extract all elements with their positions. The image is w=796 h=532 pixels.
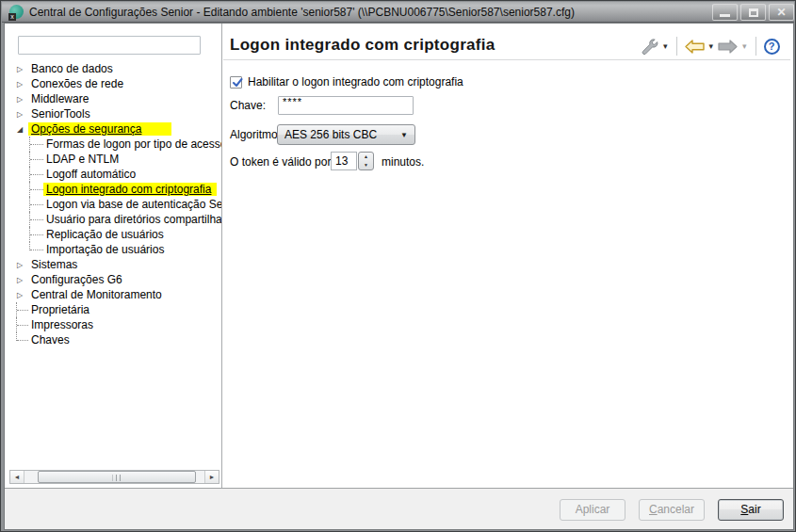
algorithm-selected-value: AES 256 bits CBC	[284, 128, 377, 141]
tree-item-label: Chaves	[31, 333, 70, 347]
toolbar: ▾ ▾ ▾ ?	[640, 35, 780, 57]
spin-up-icon[interactable]: ▲	[359, 153, 373, 161]
application-window: x Central de Configurações Senior - Edit…	[0, 0, 796, 532]
scrollbar-track[interactable]	[24, 471, 204, 483]
tree-item-label: Sistemas	[31, 258, 77, 271]
toolbar-separator	[755, 37, 756, 56]
page-title: Logon integrado com criptografia	[230, 36, 495, 55]
expand-icon[interactable]: ▷	[14, 92, 25, 107]
panel-divider	[221, 24, 222, 488]
expand-icon[interactable]: ▷	[14, 62, 25, 77]
tree-item-label: LDAP e NTLM	[46, 153, 119, 166]
spin-down-icon[interactable]: ▼	[359, 161, 373, 169]
tree-item[interactable]: Importação de usuários	[9, 242, 221, 257]
token-minutes-input[interactable]: 13	[331, 152, 357, 170]
tree-item-label: Formas de logon por tipo de acesso	[46, 137, 221, 151]
tree-item[interactable]: Formas de logon por tipo de acesso	[9, 137, 221, 152]
expand-icon[interactable]: ▷	[14, 77, 25, 92]
tree-item[interactable]: LDAP e NTLM	[9, 152, 221, 167]
tree-item[interactable]: ▷Central de Monitoramento	[9, 287, 221, 302]
maximize-icon	[749, 8, 758, 17]
tree-item-label: Impressoras	[31, 318, 93, 331]
key-input[interactable]	[278, 96, 414, 115]
collapse-icon[interactable]: ◢	[14, 122, 25, 137]
token-minutes-stepper[interactable]: ▲ ▼	[358, 152, 374, 170]
tree-item[interactable]: Logoff automático	[9, 167, 221, 182]
maximize-button[interactable]	[740, 4, 766, 21]
forward-dropdown-icon[interactable]: ▾	[741, 35, 748, 57]
scrollbar-grip-icon	[113, 475, 122, 481]
tree-item[interactable]: Usuário para diretórios compartilhados	[9, 212, 221, 227]
close-icon: ✕	[776, 5, 786, 20]
titlebar: x Central de Configurações Senior - Edit…	[2, 2, 794, 23]
tree-item[interactable]: Replicação de usuários	[9, 227, 221, 242]
app-badge-icon: x	[8, 13, 16, 21]
tree-item-label: Central de Monitoramento	[31, 288, 162, 301]
key-label: Chave:	[230, 99, 266, 112]
tree-item[interactable]: Logon via base de autenticação Senior	[9, 197, 221, 212]
scroll-left-icon[interactable]: ◄	[10, 471, 24, 483]
expand-icon[interactable]: ▷	[14, 273, 25, 288]
algorithm-label: Algoritmo:	[230, 128, 281, 141]
help-icon[interactable]: ?	[764, 39, 780, 55]
tree-item[interactable]: Logon integrado com criptografia	[9, 182, 221, 197]
minimize-button[interactable]	[712, 4, 738, 21]
forward-arrow-icon	[718, 40, 738, 54]
window-title: Central de Configurações Senior - Editan…	[29, 6, 575, 19]
tree-search-input[interactable]	[18, 36, 201, 55]
tree-item[interactable]: Chaves	[9, 332, 221, 347]
back-dropdown-icon[interactable]: ▾	[708, 35, 715, 57]
tree-item-label: Banco de dados	[31, 62, 113, 75]
close-button[interactable]: ✕	[769, 4, 794, 21]
cancel-button[interactable]: Cancelar	[639, 499, 705, 521]
tree-item-label: Importação de usuários	[46, 243, 164, 256]
tree-item[interactable]: ▷Configurações G6	[9, 272, 221, 287]
enable-encryption-label: Habilitar o logon integrado com criptogr…	[248, 75, 463, 89]
tree-item[interactable]: ▷SeniorTools	[9, 106, 221, 121]
wrench-dropdown-icon[interactable]: ▾	[662, 35, 669, 57]
toolbar-separator	[676, 37, 677, 56]
tree-item-label: Usuário para diretórios compartilhados	[46, 213, 221, 226]
tree-item[interactable]: ◢Opções de segurança	[9, 121, 221, 137]
wrench-tools-button[interactable]	[640, 37, 658, 56]
back-arrow-icon	[685, 40, 705, 54]
minutes-suffix-label: minutos.	[382, 155, 424, 169]
tree-item[interactable]: ▷Middleware	[9, 91, 221, 106]
enable-encryption-checkbox[interactable]	[230, 76, 242, 89]
tree-horizontal-scrollbar[interactable]: ◄ ►	[9, 470, 219, 484]
tree-item[interactable]: ▷Banco de dados	[9, 61, 221, 76]
apply-button[interactable]: Aplicar	[560, 499, 625, 521]
wrench-icon	[640, 37, 658, 56]
tree-item-label: Conexões de rede	[31, 77, 123, 90]
tree-item[interactable]: Impressoras	[9, 317, 221, 332]
minimize-icon	[720, 14, 730, 17]
exit-button[interactable]: Sair	[718, 499, 784, 521]
tree-item-label: Logoff automático	[46, 168, 136, 181]
tree-item-label: Logon integrado com criptografia	[43, 183, 217, 196]
combo-caret-icon: ▼	[400, 131, 408, 139]
expand-icon[interactable]: ▷	[14, 258, 25, 273]
tree-item-label: Opções de segurança	[28, 122, 171, 136]
title-separator	[223, 59, 790, 60]
tree-item[interactable]: ▷Sistemas	[9, 257, 221, 272]
algorithm-select[interactable]: AES 256 bits CBC ▼	[277, 124, 415, 145]
tree-item[interactable]: Proprietária	[9, 302, 221, 317]
tree-item[interactable]: ▷Conexões de rede	[9, 76, 221, 91]
app-icon: x	[8, 5, 24, 21]
tree-item-label: Logon via base de autenticação Senior	[46, 198, 221, 211]
token-validity-label: O token é válido por:	[230, 155, 334, 169]
expand-icon[interactable]: ▷	[14, 288, 25, 303]
scroll-right-icon[interactable]: ►	[204, 471, 219, 483]
tree-item-label: SeniorTools	[31, 107, 90, 121]
back-button[interactable]	[685, 40, 705, 54]
tree-item-label: Replicação de usuários	[46, 228, 164, 241]
tree-item-label: Proprietária	[31, 303, 89, 316]
checkmark-icon	[231, 76, 244, 89]
forward-button[interactable]	[718, 40, 738, 54]
expand-icon[interactable]: ▷	[14, 107, 25, 122]
tree-item-label: Middleware	[31, 92, 89, 105]
config-tree: ▷Banco de dados▷Conexões de rede▷Middlew…	[9, 61, 221, 355]
scrollbar-thumb[interactable]	[38, 471, 196, 483]
tree-item-label: Configurações G6	[31, 273, 122, 286]
footer-bar: Aplicar Cancelar Sair	[5, 489, 793, 529]
